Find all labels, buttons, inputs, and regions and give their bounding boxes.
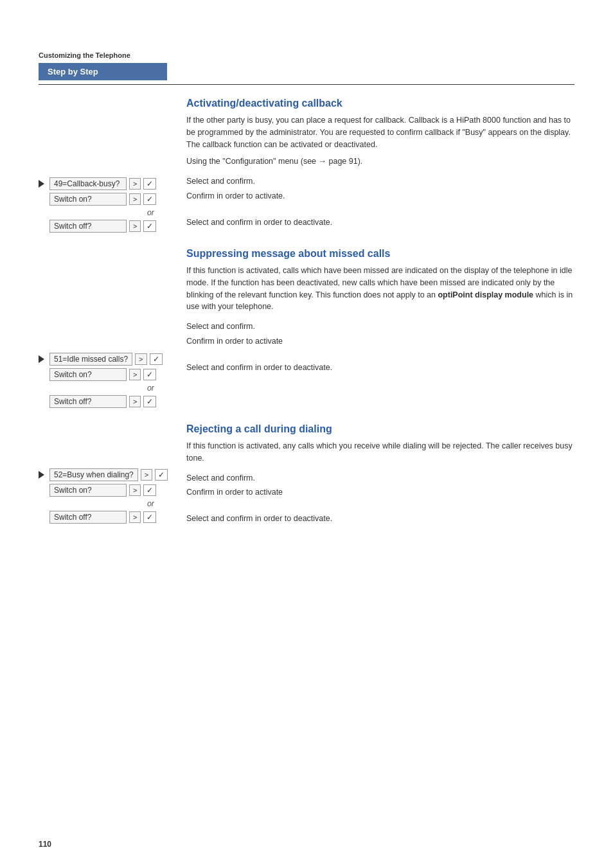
or-text-3: or bbox=[39, 499, 173, 508]
section2-action-activate: Confirm in order to activate bbox=[186, 335, 574, 348]
or-text-1: or bbox=[39, 208, 173, 217]
switch-off-check-3[interactable]: ✓ bbox=[143, 511, 156, 523]
section1-desc2: Using the "Configuration" menu (see → pa… bbox=[186, 155, 574, 168]
section2-bold: optiPoint display module bbox=[438, 290, 533, 299]
play-icon-missed bbox=[39, 355, 44, 363]
section2-right: Suppressing message about missed calls I… bbox=[180, 247, 574, 411]
play-icon-callback bbox=[39, 180, 44, 188]
switch-on-row-3: Switch on? > ✓ bbox=[39, 484, 173, 497]
section-label: Customizing the Telephone bbox=[39, 51, 574, 59]
section2-action-deactivate: Select and confirm in order to deactivat… bbox=[186, 362, 574, 374]
section1-title: Activating/deactivating callback bbox=[186, 98, 574, 109]
section2-desc: If this function is activated, calls whi… bbox=[186, 265, 574, 313]
idle-missed-arrow-btn[interactable]: > bbox=[135, 353, 147, 365]
page-number: 110 bbox=[39, 840, 51, 849]
switch-off-row-2: Switch off? > ✓ bbox=[39, 395, 173, 408]
switch-off-row-3: Switch off? > ✓ bbox=[39, 511, 173, 524]
callback-check-box[interactable]: ✓ bbox=[143, 178, 156, 190]
busy-dialing-menu-row: 52=Busy when dialing? > ✓ bbox=[39, 468, 173, 481]
switch-off-row-1: Switch off? > ✓ bbox=[39, 220, 173, 233]
section1-action-activate: Confirm in order to activate. bbox=[186, 190, 574, 202]
busy-dialing-check-box[interactable]: ✓ bbox=[155, 469, 168, 481]
switch-on-arrow-1[interactable]: > bbox=[129, 193, 141, 205]
header-divider bbox=[39, 84, 574, 85]
idle-missed-menu-item[interactable]: 51=Idle missed calls? bbox=[49, 353, 132, 366]
switch-off-arrow-2[interactable]: > bbox=[129, 396, 141, 407]
step-by-step-box: Step by Step bbox=[39, 63, 167, 80]
busy-dialing-menu-item[interactable]: 52=Busy when dialing? bbox=[49, 468, 138, 481]
idle-missed-check-box[interactable]: ✓ bbox=[150, 353, 163, 365]
section2-left: 51=Idle missed calls? > ✓ Switch on? > ✓… bbox=[39, 247, 180, 411]
switch-on-arrow-2[interactable]: > bbox=[129, 369, 141, 380]
section1-action-deactivate: Select and confirm in order to deactivat… bbox=[186, 217, 574, 229]
section3-action-deactivate: Select and confirm in order to deactivat… bbox=[186, 513, 574, 525]
section2-action-select: Select and confirm. bbox=[186, 321, 574, 333]
switch-on-row-1: Switch on? > ✓ bbox=[39, 193, 173, 206]
section3-title: Rejecting a call during dialing bbox=[186, 423, 574, 435]
section3-action-select: Select and confirm. bbox=[186, 472, 574, 484]
callback-menu-row: 49=Callback-busy? > ✓ bbox=[39, 177, 173, 190]
switch-off-item-1[interactable]: Switch off? bbox=[49, 220, 127, 233]
switch-on-check-2[interactable]: ✓ bbox=[143, 369, 156, 380]
switch-off-arrow-1[interactable]: > bbox=[129, 220, 141, 232]
switch-on-item-2[interactable]: Switch on? bbox=[49, 368, 127, 381]
switch-off-check-1[interactable]: ✓ bbox=[143, 220, 156, 232]
section3-action-activate: Confirm in order to activate bbox=[186, 486, 574, 499]
section3-layout: 52=Busy when dialing? > ✓ Switch on? > ✓… bbox=[39, 422, 574, 530]
switch-on-item-3[interactable]: Switch on? bbox=[49, 484, 127, 497]
spacer-between-1-2 bbox=[39, 235, 574, 247]
busy-dialing-arrow-btn[interactable]: > bbox=[141, 469, 152, 481]
section1-action-select: Select and confirm. bbox=[186, 175, 574, 188]
switch-on-arrow-3[interactable]: > bbox=[129, 484, 141, 496]
section3-left: 52=Busy when dialing? > ✓ Switch on? > ✓… bbox=[39, 422, 180, 530]
play-icon-busy bbox=[39, 471, 44, 479]
section2-title: Suppressing message about missed calls bbox=[186, 248, 574, 260]
switch-off-check-2[interactable]: ✓ bbox=[143, 396, 156, 407]
section2-layout: 51=Idle missed calls? > ✓ Switch on? > ✓… bbox=[39, 247, 574, 411]
callback-arrow-btn[interactable]: > bbox=[129, 178, 141, 190]
switch-on-item-1[interactable]: Switch on? bbox=[49, 193, 127, 206]
switch-on-check-3[interactable]: ✓ bbox=[143, 484, 156, 496]
switch-on-row-2: Switch on? > ✓ bbox=[39, 368, 173, 381]
section3-desc: If this function is activated, any calls… bbox=[186, 440, 574, 465]
section1-left: 49=Callback-busy? > ✓ Switch on? > ✓ or … bbox=[39, 96, 180, 235]
or-text-2: or bbox=[39, 384, 173, 393]
page: Customizing the Telephone Step by Step 4… bbox=[0, 0, 613, 868]
callback-menu-item[interactable]: 49=Callback-busy? bbox=[49, 177, 127, 190]
section3-right: Rejecting a call during dialing If this … bbox=[180, 422, 574, 530]
section1-right: Activating/deactivating callback If the … bbox=[180, 96, 574, 235]
switch-off-item-2[interactable]: Switch off? bbox=[49, 395, 127, 408]
section1-layout: 49=Callback-busy? > ✓ Switch on? > ✓ or … bbox=[39, 96, 574, 235]
switch-on-check-1[interactable]: ✓ bbox=[143, 193, 156, 205]
switch-off-arrow-3[interactable]: > bbox=[129, 511, 141, 523]
switch-off-item-3[interactable]: Switch off? bbox=[49, 511, 127, 524]
idle-missed-menu-row: 51=Idle missed calls? > ✓ bbox=[39, 353, 173, 366]
section1-desc1: If the other party is busy, you can plac… bbox=[186, 114, 574, 150]
spacer-between-2-3 bbox=[39, 411, 574, 422]
